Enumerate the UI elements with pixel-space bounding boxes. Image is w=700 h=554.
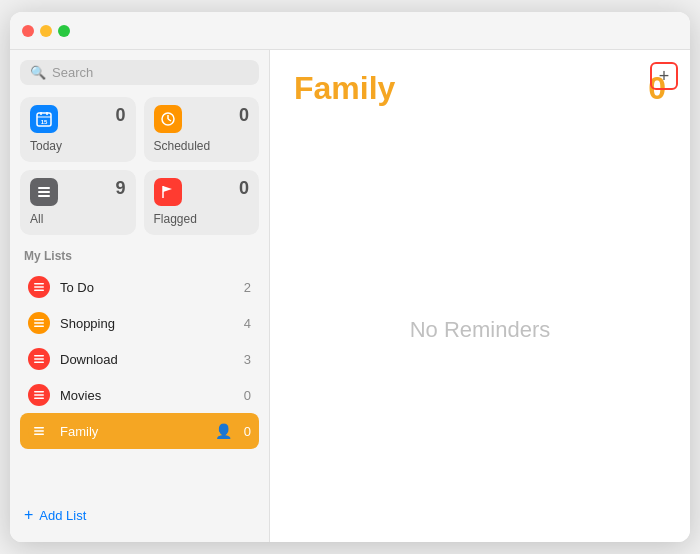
download-list-count: 3 xyxy=(244,352,251,367)
list-item-shopping[interactable]: Shopping 4 xyxy=(20,305,259,341)
download-list-label: Download xyxy=(60,352,234,367)
list-item-movies[interactable]: Movies 0 xyxy=(20,377,259,413)
family-list-label: Family xyxy=(60,424,205,439)
todo-list-icon xyxy=(28,276,50,298)
svg-rect-20 xyxy=(34,391,44,393)
svg-rect-25 xyxy=(34,434,44,436)
smart-lists-grid: 15 0 Today xyxy=(20,97,259,235)
svg-rect-14 xyxy=(34,319,44,321)
today-icon: 15 xyxy=(30,105,58,133)
svg-rect-10 xyxy=(38,195,50,197)
svg-text:15: 15 xyxy=(41,119,48,125)
shared-icon: 👤 xyxy=(215,423,232,439)
shopping-list-count: 4 xyxy=(244,316,251,331)
todo-list-count: 2 xyxy=(244,280,251,295)
flagged-icon xyxy=(154,178,182,206)
smart-list-flagged-top: 0 xyxy=(154,178,250,206)
svg-line-7 xyxy=(168,119,171,121)
flagged-label: Flagged xyxy=(154,212,250,226)
search-placeholder: Search xyxy=(52,65,93,80)
main-title: Family xyxy=(294,70,395,107)
empty-state: No Reminders xyxy=(270,117,690,542)
all-icon xyxy=(30,178,58,206)
smart-list-today[interactable]: 15 0 Today xyxy=(20,97,136,162)
add-reminder-plus-icon: + xyxy=(659,66,670,87)
shopping-list-label: Shopping xyxy=(60,316,234,331)
my-lists-label: My Lists xyxy=(20,249,259,263)
smart-list-today-top: 15 0 xyxy=(30,105,126,133)
smart-list-scheduled-top: 0 xyxy=(154,105,250,133)
main-panel: Family 0 + No Reminders xyxy=(270,50,690,542)
download-list-icon xyxy=(28,348,50,370)
list-item-todo[interactable]: To Do 2 xyxy=(20,269,259,305)
add-list-plus-icon: + xyxy=(24,506,33,524)
sidebar: 🔍 Search 15 xyxy=(10,50,270,542)
svg-rect-15 xyxy=(34,322,44,324)
scheduled-count: 0 xyxy=(239,105,249,126)
list-item-download[interactable]: Download 3 xyxy=(20,341,259,377)
empty-state-text: No Reminders xyxy=(410,317,551,343)
titlebar xyxy=(10,12,690,50)
family-list-count: 0 xyxy=(244,424,251,439)
smart-list-all-top: 9 xyxy=(30,178,126,206)
family-list-icon xyxy=(28,420,50,442)
add-list-label: Add List xyxy=(39,508,86,523)
app-window: 🔍 Search 15 xyxy=(10,12,690,542)
traffic-lights xyxy=(22,25,70,37)
movies-list-label: Movies xyxy=(60,388,234,403)
smart-list-flagged[interactable]: 0 Flagged xyxy=(144,170,260,235)
maximize-button[interactable] xyxy=(58,25,70,37)
svg-rect-11 xyxy=(34,283,44,285)
svg-rect-12 xyxy=(34,286,44,288)
todo-list-label: To Do xyxy=(60,280,234,295)
search-icon: 🔍 xyxy=(30,65,46,80)
svg-rect-16 xyxy=(34,326,44,328)
svg-rect-18 xyxy=(34,358,44,360)
movies-list-count: 0 xyxy=(244,388,251,403)
list-items: To Do 2 Shopping 4 xyxy=(20,269,259,498)
svg-rect-21 xyxy=(34,394,44,396)
svg-rect-17 xyxy=(34,355,44,357)
close-button[interactable] xyxy=(22,25,34,37)
svg-rect-13 xyxy=(34,290,44,292)
main-header: Family 0 xyxy=(270,50,690,117)
svg-rect-22 xyxy=(34,398,44,400)
shopping-list-icon xyxy=(28,312,50,334)
all-count: 9 xyxy=(115,178,125,199)
scheduled-label: Scheduled xyxy=(154,139,250,153)
svg-rect-8 xyxy=(38,187,50,189)
add-reminder-button[interactable]: + xyxy=(650,62,678,90)
movies-list-icon xyxy=(28,384,50,406)
svg-rect-24 xyxy=(34,430,44,432)
scheduled-icon xyxy=(154,105,182,133)
smart-list-scheduled[interactable]: 0 Scheduled xyxy=(144,97,260,162)
add-list-button[interactable]: + Add List xyxy=(20,498,259,532)
search-bar[interactable]: 🔍 Search xyxy=(20,60,259,85)
smart-list-all[interactable]: 9 All xyxy=(20,170,136,235)
flagged-count: 0 xyxy=(239,178,249,199)
today-count: 0 xyxy=(115,105,125,126)
svg-rect-9 xyxy=(38,191,50,193)
svg-rect-23 xyxy=(34,427,44,429)
main-content: 🔍 Search 15 xyxy=(10,50,690,542)
today-label: Today xyxy=(30,139,126,153)
minimize-button[interactable] xyxy=(40,25,52,37)
all-label: All xyxy=(30,212,126,226)
svg-rect-19 xyxy=(34,362,44,364)
list-item-family[interactable]: Family 👤 0 xyxy=(20,413,259,449)
